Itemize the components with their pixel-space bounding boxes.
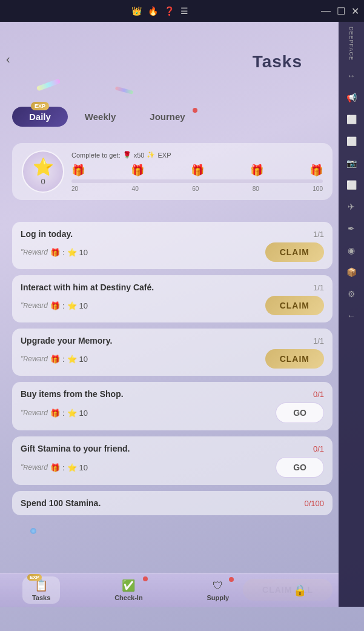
flame-icon[interactable]: 🔥 [148, 6, 158, 16]
task-card-login: Log in today. 1/1 "Reward 🎁 : ⭐ 10 CLAIM [12, 222, 333, 269]
gift-icon-100: 🎁 [309, 164, 323, 177]
nav-supply-badge [229, 577, 234, 582]
tabs-container: EXP Daily Weekly Journey [12, 107, 333, 127]
task-reward-cafe: "Reward 🎁 : ⭐ 10 [21, 301, 88, 310]
complete-text: Complete to get: 🌹 x50 ✨ EXP [71, 151, 323, 159]
main-content: ‹ Tasks EXP Daily Weekly Journey ⭐ 0 Com… [0, 22, 339, 607]
crown-icon[interactable]: 👑 [131, 6, 142, 16]
task-name-spend-stamina: Spend 100 Stamina. [21, 498, 101, 508]
tasks-list: Log in today. 1/1 "Reward 🎁 : ⭐ 10 CLAIM… [12, 222, 333, 570]
nav-item-lock[interactable]: 🔒 [283, 581, 316, 599]
nav-item-tasks[interactable]: EXP 📋 Tasks [22, 576, 60, 604]
gift-icon-login: 🎁 [50, 248, 60, 257]
sidebar-item-2[interactable]: ⬜ [342, 132, 360, 150]
colon-stamina-gift: : [62, 463, 65, 472]
claim-button-login[interactable]: CLAIM [265, 242, 324, 262]
exp-label: EXP [157, 152, 171, 159]
nav-item-checkin[interactable]: ✅ Check-In [105, 576, 152, 604]
tab-weekly[interactable]: Weekly [68, 107, 133, 127]
milestone-100: 🎁 [309, 164, 323, 177]
task-reward-memory: "Reward 🎁 : ⭐ 10 [21, 355, 88, 364]
broadcast-icon[interactable]: 📢 [342, 88, 360, 107]
nav-tasks-label: Tasks [32, 594, 50, 601]
num-60: 60 [192, 185, 199, 192]
task-name-login: Log in today. [21, 229, 73, 239]
menu-icon[interactable]: ☰ [180, 6, 188, 16]
go-button-stamina-gift[interactable]: GO [276, 457, 324, 478]
maximize-icon[interactable]: ☐ [337, 5, 345, 17]
colon-shop: : [62, 409, 65, 418]
task-reward-login: "Reward 🎁 : ⭐ 10 [21, 248, 88, 257]
close-icon[interactable]: ✕ [351, 5, 359, 17]
tab-daily[interactable]: EXP Daily [12, 107, 68, 127]
nav-supply-icon: 🛡 [213, 579, 223, 592]
go-button-shop[interactable]: GO [276, 402, 324, 423]
task-progress-memory: 1/1 [313, 336, 324, 346]
gift-icon-cafe: 🎁 [50, 301, 60, 310]
milestone-80: 🎁 [250, 164, 263, 177]
task-header-memory: Upgrade your Memory. 1/1 [21, 336, 324, 346]
expand-icon[interactable]: ↔ [342, 67, 360, 85]
help-icon[interactable]: ❓ [164, 6, 174, 16]
num-40: 40 [132, 185, 139, 192]
pen-icon[interactable]: ✒ [342, 219, 360, 238]
task-progress-spend-stamina: 0/100 [304, 499, 324, 508]
bottom-nav: EXP 📋 Tasks ✅ Check-In 🛡 Supply 🔒 [0, 573, 339, 607]
reward-amount-login: 10 [79, 248, 88, 257]
reward-amount-cafe: 10 [79, 301, 88, 310]
tab-journey[interactable]: Journey [133, 107, 202, 127]
task-footer-shop: "Reward 🎁 : ⭐ 10 GO [21, 402, 324, 423]
top-bar: 👑 🔥 ❓ ☰ — ☐ ✕ [0, 0, 364, 22]
right-sidebar: DEEPFACE ↔ 📢 ⬜ ⬜ 📷 ⬜ ✈ ✒ ◉ 📦 ⚙ ← [339, 22, 364, 607]
claim-button-cafe[interactable]: CLAIM [265, 296, 324, 315]
minimize-icon[interactable]: — [321, 5, 331, 16]
reward-label-cafe: "Reward [21, 301, 48, 310]
task-card-spend-stamina: Spend 100 Stamina. 0/100 [12, 491, 333, 515]
gift-icon-shop: 🎁 [50, 409, 60, 418]
colon-cafe: : [62, 301, 65, 310]
exp-icon: ✨ [147, 151, 155, 159]
circle-icon[interactable]: ◉ [342, 241, 360, 259]
task-header-login: Log in today. 1/1 [21, 229, 324, 239]
package-icon[interactable]: 📦 [342, 263, 360, 281]
star-circle: ⭐ 0 [22, 150, 64, 193]
back-sidebar-icon[interactable]: ← [342, 307, 360, 325]
back-button[interactable]: ‹ [6, 52, 10, 66]
gift-icon-20: 🎁 [71, 164, 85, 177]
progress-section: ⭐ 0 Complete to get: 🌹 x50 ✨ EXP 🎁 🎁 🎁 [12, 143, 333, 200]
progress-right: Complete to get: 🌹 x50 ✨ EXP 🎁 🎁 🎁 🎁 [71, 151, 323, 192]
reward-label-stamina-gift: "Reward [21, 463, 48, 472]
camera-icon[interactable]: 📷 [342, 154, 360, 172]
nav-item-supply[interactable]: 🛡 Supply [197, 577, 239, 604]
rainbow-deco-1 [36, 78, 61, 91]
task-name-stamina-gift: Gift Stamina to your friend. [21, 444, 130, 453]
task-card-cafe: Interact with him at Destiny Café. 1/1 "… [12, 275, 333, 322]
task-card-stamina-gift: Gift Stamina to your friend. 0/1 "Reward… [12, 436, 333, 485]
task-header-stamina-gift: Gift Stamina to your friend. 0/1 [21, 444, 324, 453]
claim-button-memory[interactable]: CLAIM [265, 349, 324, 369]
num-100: 100 [313, 185, 323, 192]
star-icon: ⭐ [33, 157, 54, 177]
milestone-numbers: 20 40 60 80 100 [71, 185, 323, 192]
task-footer-stamina-gift: "Reward 🎁 : ⭐ 10 GO [21, 457, 324, 478]
progress-bar [71, 179, 323, 183]
gift-icon-stamina-gift: 🎁 [50, 463, 60, 472]
gift-icon-memory: 🎁 [50, 355, 60, 364]
journey-badge [193, 108, 197, 113]
task-footer-cafe: "Reward 🎁 : ⭐ 10 CLAIM [21, 296, 324, 315]
plane-icon[interactable]: ✈ [342, 198, 360, 216]
task-progress-cafe: 1/1 [313, 283, 324, 292]
gift-icon-80: 🎁 [250, 164, 263, 177]
task-card-shop: Buy items from the Shop. 0/1 "Reward 🎁 :… [12, 382, 333, 430]
sidebar-item-1[interactable]: ⬜ [342, 110, 360, 129]
top-bar-icons: 👑 🔥 ❓ ☰ [5, 6, 315, 16]
tab-journey-label: Journey [150, 112, 185, 122]
reward-label-login: "Reward [21, 248, 48, 256]
tab-weekly-label: Weekly [85, 112, 116, 122]
star-reward-cafe: ⭐ [67, 301, 77, 310]
gear-icon[interactable]: ⚙ [342, 285, 360, 303]
milestone-20: 🎁 [71, 164, 85, 177]
sidebar-item-3[interactable]: ⬜ [342, 176, 360, 194]
nav-checkin-badge [143, 576, 148, 581]
nav-checkin-icon: ✅ [122, 579, 135, 592]
